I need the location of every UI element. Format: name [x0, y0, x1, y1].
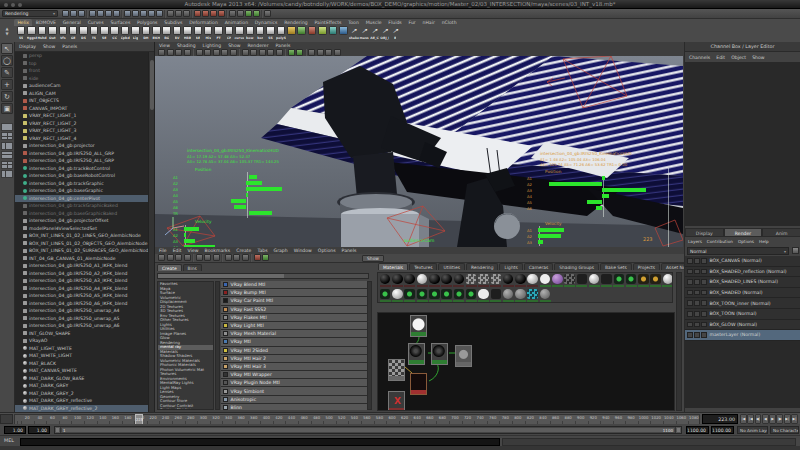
status-icon[interactable]: [156, 10, 163, 17]
material-swatch[interactable]: [465, 288, 477, 303]
outliner-item[interactable]: intersection_04_gb:IRIS250_unwrap_A5: [15, 315, 149, 323]
tool-button[interactable]: ◯: [1, 55, 13, 66]
shelf-button[interactable]: GE: [68, 26, 78, 42]
shelf-tab[interactable]: Polygons: [134, 19, 161, 26]
playback-button[interactable]: ▶|: [784, 414, 791, 424]
render-layer-row[interactable]: BOX_CANVAS (Normal): [685, 256, 800, 267]
layer-swatch[interactable]: [701, 332, 707, 338]
shelf-tab[interactable]: nHair: [419, 19, 438, 26]
status-icon[interactable]: [78, 10, 85, 17]
title-bar[interactable]: Autodesk Maya 2013 x64: /Volumes/candy/b…: [0, 0, 800, 9]
hypershade-toolbar-icon[interactable]: [213, 254, 220, 261]
layer-swatch[interactable]: [701, 290, 707, 296]
shelf-tab[interactable]: Rendering: [281, 19, 311, 26]
shelf-button[interactable]: SE: [99, 26, 109, 42]
outliner-item[interactable]: side: [15, 75, 149, 83]
menu-item[interactable]: Options: [318, 248, 336, 253]
material-swatch[interactable]: [527, 288, 539, 303]
outliner-item[interactable]: audienceCam: [15, 82, 149, 90]
outliner-item[interactable]: intersection_04_gb:projectorOffset: [15, 217, 149, 225]
shader-node[interactable]: [410, 373, 427, 395]
viewport-toolbar-icon[interactable]: [242, 49, 249, 56]
status-icon[interactable]: [264, 10, 271, 17]
tool-button[interactable]: +: [1, 79, 13, 90]
outliner-item[interactable]: intersection_04_gb:IRIS250_ALL_GRP: [15, 150, 149, 158]
category-item[interactable]: Contour Shader: [158, 408, 213, 410]
renderable-toggle[interactable]: [687, 279, 693, 285]
shelf-button[interactable]: Cpbd: [120, 26, 130, 42]
create-node-item[interactable]: VRay Plugin Node Mtl: [221, 379, 367, 387]
material-swatch[interactable]: [379, 288, 391, 303]
menu-item[interactable]: Graph: [274, 248, 288, 253]
viewport-toolbar-icon[interactable]: [325, 49, 332, 56]
anim-layer-dropdown[interactable]: No Anim Layer: [737, 426, 768, 434]
outliner-item[interactable]: MAT_DARK_GREY_reflective_2: [15, 405, 149, 413]
shelf-button[interactable]: SS: [265, 26, 275, 42]
menu-set-dropdown[interactable]: Rendering▾: [2, 10, 58, 17]
shelf-tab[interactable]: PaintEffects: [311, 19, 345, 26]
material-swatch[interactable]: [502, 288, 514, 303]
tool-button[interactable]: ↻: [1, 91, 13, 102]
layer-toggle[interactable]: [694, 300, 700, 306]
material-swatch[interactable]: [588, 273, 600, 288]
layer-toggle[interactable]: [694, 290, 700, 296]
material-swatch[interactable]: [391, 273, 403, 288]
shelf-button[interactable]: CC: [110, 26, 120, 42]
show-filter-button[interactable]: Show: [362, 255, 384, 262]
viewport-toolbar-icon[interactable]: [288, 49, 295, 56]
outliner-item[interactable]: intersection_04_gb:centerPivot: [15, 195, 149, 203]
layout-button[interactable]: [1, 151, 13, 159]
playback-button[interactable]: ▶: [769, 414, 776, 424]
hypershade-toolbar-icon[interactable]: [204, 254, 211, 261]
hypershade-toolbar-icon[interactable]: [184, 254, 191, 261]
hypershade-toolbar-icon[interactable]: [192, 254, 194, 262]
swatch-size-slider[interactable]: [157, 273, 369, 279]
hypershade-tab[interactable]: Bake Sets: [600, 263, 632, 270]
material-swatch[interactable]: [428, 288, 440, 303]
shelf-tab[interactable]: Deformation: [186, 19, 221, 26]
create-node-item[interactable]: VRay Mtl: [221, 338, 367, 346]
material-swatch[interactable]: [490, 288, 502, 303]
hypershade-tab[interactable]: Utilities: [438, 263, 465, 270]
status-icon[interactable]: [183, 10, 190, 17]
hypershade-toolbar-icon[interactable]: [158, 254, 165, 261]
viewport-toolbar-icon[interactable]: [230, 49, 237, 56]
outliner-item[interactable]: front: [15, 67, 149, 75]
playback-button[interactable]: ◀: [762, 414, 769, 424]
outliner-item[interactable]: intersection_04_gb:IRIS250_A3_IKFK_blend: [15, 277, 149, 285]
shelf-button[interactable]: polyS: [276, 26, 286, 42]
create-node-item[interactable]: VRay Mtl Wrapper: [221, 371, 367, 379]
status-icon[interactable]: [132, 10, 139, 17]
outliner-item[interactable]: CANVAS_IMPORT: [15, 105, 149, 113]
shelf-tab[interactable]: Toon: [345, 19, 362, 26]
outliner-item[interactable]: INT_04_GB_CANVAS_01_AlembicNode: [15, 255, 149, 263]
material-swatch[interactable]: [637, 273, 649, 288]
material-swatch[interactable]: [416, 288, 428, 303]
viewport-toolbar-icon[interactable]: [296, 49, 303, 56]
material-swatch[interactable]: [404, 273, 416, 288]
shelf-button[interactable]: Hggsh: [26, 26, 36, 42]
hypershade-toolbar-icon[interactable]: [242, 254, 249, 261]
status-icon[interactable]: [229, 10, 236, 17]
create-node-item[interactable]: VRay Mtl Hair 2: [221, 355, 367, 363]
blend-mode-dropdown[interactable]: Normal▾: [687, 247, 789, 255]
outliner-item[interactable]: intersection_04_gb:IRIS250_unwrap_A4: [15, 307, 149, 315]
create-node-item[interactable]: VRay Simbiont: [221, 387, 367, 395]
shader-node[interactable]: [455, 345, 472, 367]
playback-button[interactable]: |◀: [740, 414, 747, 424]
outliner-item[interactable]: intersection_04_gb:trackGraphicBaked: [15, 202, 149, 210]
status-icon[interactable]: [113, 10, 120, 17]
tree-scrollbar[interactable]: [215, 281, 220, 410]
layer-swatch[interactable]: [701, 311, 707, 317]
tool-button[interactable]: ✎: [1, 67, 13, 78]
outliner-item[interactable]: intersection_04_gb:IRIS250_ALL_GRP: [15, 157, 149, 165]
viewport-toolbar-icon[interactable]: [213, 49, 220, 56]
outliner-item[interactable]: intersection_04_gb:IRIS250_A2_IKFK_blend: [15, 270, 149, 278]
channel-box-tab[interactable]: Channel Box / Layer Editor: [685, 42, 800, 52]
material-swatch[interactable]: [613, 273, 625, 288]
menu-item[interactable]: Show: [752, 55, 764, 60]
shelf-button[interactable]: [307, 26, 317, 42]
shelf-button[interactable]: BKH: [151, 26, 161, 42]
menu-item[interactable]: Options: [738, 239, 754, 244]
outliner-item[interactable]: top: [15, 60, 149, 68]
